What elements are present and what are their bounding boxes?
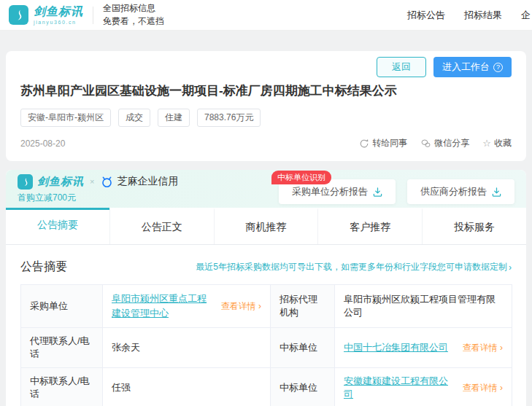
- view-detail-label: 查看详情: [463, 343, 498, 353]
- top-header: 剑鱼标讯 jianyu360.cn 全国招标信息 免费看，不遮挡 招标公告 招标…: [0, 0, 532, 31]
- purchaser-report-label: 采购单位分析报告: [292, 185, 368, 198]
- tag-industry: 住建: [158, 109, 190, 127]
- table-row: 代理联系人/电话 张余天 中标单位 中国十七冶集团有限公司 查看详情 ›: [21, 328, 512, 368]
- download-icon: [492, 187, 501, 197]
- winner-recognition-badge: 中标单位识别: [271, 171, 331, 184]
- favorite-label: 收藏: [494, 137, 512, 149]
- jianyu-logo-icon: [9, 5, 28, 25]
- tab-bar: 公告摘要 公告正文 商机推荐 客户推荐 投标服务: [6, 208, 526, 245]
- notice-card: 返回 进入工作台 ? 苏州阜阳产业园区基础设施一期项目-标准厂房四期施工中标结果…: [6, 51, 526, 161]
- row2-value2: 中国十七冶集团有限公司 查看详情 ›: [335, 328, 512, 368]
- view-detail-link[interactable]: 查看详情 ›: [463, 342, 503, 354]
- export-link-label: 最近5年招标采购数据均可导出下载，如需更多年份和行业字段您可申请数据定制: [196, 261, 507, 273]
- summary-section-header: 公告摘要 最近5年招标采购数据均可导出下载，如需更多年份和行业字段您可申请数据定…: [6, 245, 526, 284]
- row1-value1: 阜阳市颍州区重点工程建设管理中心 查看详情 ›: [103, 285, 271, 328]
- slogan-line1: 全国招标信息: [103, 2, 164, 15]
- chevron-right-icon: ›: [500, 383, 503, 393]
- tab-full-text[interactable]: 公告正文: [109, 208, 214, 244]
- share-actions: 转给同事 微信分享 ☆ 收藏: [359, 137, 512, 149]
- winner-company-link[interactable]: 安徽建颍建设工程有限公司: [344, 375, 457, 401]
- brand-slogan: 全国招标信息 免费看，不遮挡: [103, 2, 164, 28]
- row1-value2: 阜阳市颍州区欣颍工程项目管理有限公司: [335, 285, 512, 328]
- row1-label2: 招标代理机构: [271, 285, 335, 328]
- nav-enterprise[interactable]: 企: [521, 9, 531, 22]
- purchaser-report-wrap: 中标单位识别 采购单位分析报告: [279, 179, 396, 204]
- jianyu-logo[interactable]: 剑鱼标讯 jianyu360.cn: [9, 5, 83, 25]
- brand-domain: jianyu360.cn: [34, 20, 83, 25]
- workspace-button-label: 进入工作台: [442, 60, 490, 74]
- notice-title: 苏州阜阳产业园区基础设施一期项目-标准厂房四期施工中标结果公示: [20, 82, 512, 99]
- view-detail-link[interactable]: 查看详情 ›: [221, 300, 261, 313]
- wechat-label: 微信分享: [434, 137, 469, 149]
- tag-region: 安徽-阜阳市-颍州区: [20, 109, 111, 127]
- first-purchase-discount: 首购立减700元: [18, 192, 178, 204]
- promo-logo-row: 剑鱼标讯 × 芝麻企业信用: [18, 174, 178, 190]
- forward-label: 转给同事: [372, 137, 407, 149]
- chevron-right-icon: ›: [500, 343, 503, 353]
- view-detail-label: 查看详情: [221, 301, 256, 311]
- detail-card: 剑鱼标讯 × 芝麻企业信用 首购立减700元 中标单位识别 采购单位分析报告 供…: [6, 170, 526, 406]
- table-row: 中标联系人/电话 任强 中标单位 安徽建颍建设工程有限公司 查看详情 ›: [21, 368, 512, 406]
- zhima-label: 芝麻企业信用: [117, 175, 178, 188]
- zhima-icon: [100, 175, 114, 189]
- zhima-credit: 芝麻企业信用: [100, 175, 178, 189]
- summary-section-title: 公告摘要: [20, 259, 67, 275]
- brand-name: 剑鱼标讯: [34, 6, 83, 17]
- supplier-report-label: 供应商分析报告: [420, 185, 487, 198]
- divider: [93, 7, 93, 24]
- chevron-right-icon: ›: [509, 262, 512, 273]
- row1-label1: 采购单位: [21, 285, 103, 328]
- row3-label2: 中标单位: [271, 368, 335, 406]
- slogan-line2: 免费看，不遮挡: [103, 15, 164, 28]
- row2-label2: 中标单位: [271, 328, 335, 368]
- favorite-button[interactable]: ☆ 收藏: [482, 137, 512, 149]
- notice-tags: 安徽-阜阳市-颍州区 成交 住建 7883.76万元: [20, 109, 512, 127]
- row3-value1: 任强: [103, 368, 271, 406]
- notice-meta: 2025-08-20 转给同事 微信分享 ☆ 收藏: [20, 137, 512, 149]
- view-detail-label: 查看详情: [463, 383, 498, 393]
- chevron-right-icon: ›: [258, 301, 261, 311]
- purchaser-link[interactable]: 阜阳市颍州区重点工程建设管理中心: [112, 292, 215, 321]
- back-button[interactable]: 返回: [377, 57, 426, 77]
- nav-bid-announcements[interactable]: 招标公告: [407, 9, 445, 22]
- row3-label1: 中标联系人/电话: [21, 368, 103, 406]
- tag-amount: 7883.76万元: [197, 109, 261, 127]
- tab-customer-recommend[interactable]: 客户推荐: [317, 208, 422, 244]
- promo-brands: 剑鱼标讯 × 芝麻企业信用 首购立减700元: [18, 174, 178, 204]
- summary-table: 采购单位 阜阳市颍州区重点工程建设管理中心 查看详情 › 招标代理机构 阜阳市颍…: [20, 284, 512, 406]
- wechat-icon: [420, 138, 431, 149]
- download-icon: [373, 187, 382, 197]
- promo-band: 剑鱼标讯 × 芝麻企业信用 首购立减700元 中标单位识别 采购单位分析报告 供…: [6, 170, 526, 208]
- tab-summary[interactable]: 公告摘要: [6, 208, 109, 244]
- winner-company-link[interactable]: 中国十七冶集团有限公司: [344, 341, 448, 354]
- tab-bidding-service[interactable]: 投标服务: [422, 208, 526, 244]
- forward-icon: [359, 138, 369, 149]
- notice-card-actions: 返回 进入工作台 ?: [20, 57, 512, 77]
- table-row: 采购单位 阜阳市颍州区重点工程建设管理中心 查看详情 › 招标代理机构 阜阳市颍…: [21, 285, 512, 328]
- nav-bid-results[interactable]: 招标结果: [464, 9, 502, 22]
- row2-label1: 代理联系人/电话: [21, 328, 103, 368]
- wechat-share-button[interactable]: 微信分享: [420, 137, 469, 149]
- view-detail-link[interactable]: 查看详情 ›: [463, 382, 503, 394]
- row3-value2: 安徽建颍建设工程有限公司 查看详情 ›: [335, 368, 512, 406]
- header-nav: 招标公告 招标结果 企: [407, 9, 532, 22]
- jianyu-logo-text: 剑鱼标讯 jianyu360.cn: [34, 6, 83, 25]
- row2-value1: 张余天: [103, 328, 271, 368]
- enter-workspace-button[interactable]: 进入工作台 ?: [433, 57, 512, 77]
- multiply-icon: ×: [88, 177, 96, 186]
- question-circle-icon: ?: [493, 63, 503, 72]
- publish-date: 2025-08-20: [20, 138, 65, 149]
- report-buttons: 中标单位识别 采购单位分析报告 供应商分析报告: [279, 173, 514, 204]
- promo-brand-name: 剑鱼标讯: [37, 175, 84, 189]
- tab-business-recommend[interactable]: 商机推荐: [214, 208, 318, 244]
- star-icon: ☆: [482, 138, 491, 149]
- jianyu-logo-icon-small: [18, 174, 33, 190]
- tag-status: 成交: [118, 109, 150, 127]
- data-export-link[interactable]: 最近5年招标采购数据均可导出下载，如需更多年份和行业字段您可申请数据定制 ›: [196, 261, 512, 273]
- forward-to-colleague-button[interactable]: 转给同事: [359, 137, 407, 149]
- supplier-analysis-report-button[interactable]: 供应商分析报告: [407, 179, 514, 204]
